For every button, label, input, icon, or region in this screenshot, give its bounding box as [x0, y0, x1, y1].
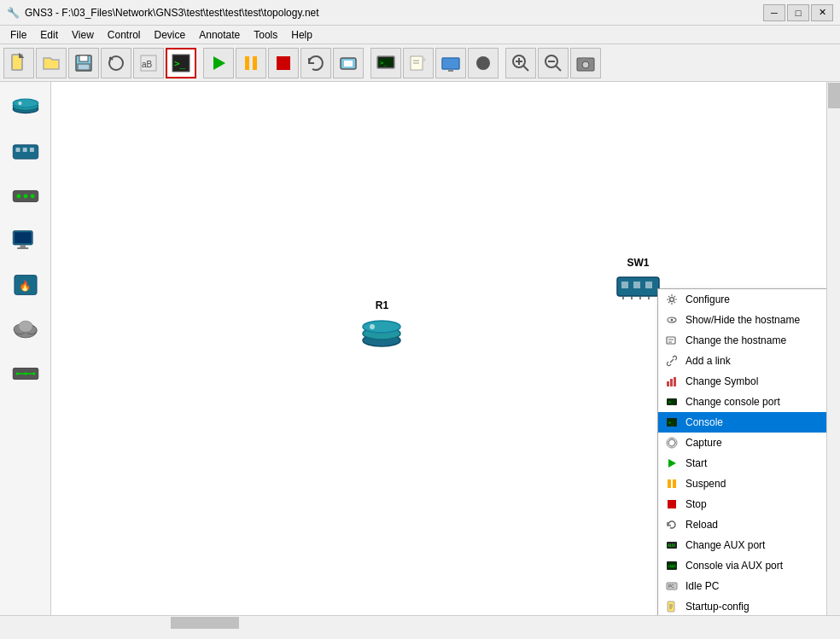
menu-file[interactable]: File	[3, 27, 33, 43]
h-scrollbar-thumb[interactable]	[171, 617, 239, 629]
menu-edit[interactable]: Edit	[33, 27, 65, 43]
console-button[interactable]: >_	[166, 48, 196, 78]
ctx-configure-label: Configure	[685, 293, 730, 305]
start-all-button[interactable]	[203, 48, 234, 78]
close-button[interactable]: ✕	[811, 4, 833, 21]
sidebar-item-hub[interactable]	[7, 177, 44, 215]
menu-annotate[interactable]: Annotate	[192, 27, 247, 43]
menu-control[interactable]: Control	[101, 27, 148, 43]
svg-text:>_: >_	[668, 399, 674, 405]
ctx-change-console-port[interactable]: >_ Change console port	[658, 392, 826, 412]
maximize-button[interactable]: □	[787, 4, 809, 21]
svg-rect-40	[22, 148, 26, 152]
svg-rect-41	[29, 148, 33, 152]
app-icon: 🔧	[7, 7, 20, 19]
ctx-change-hostname[interactable]: Change the hostname	[658, 330, 826, 351]
minimize-button[interactable]: ─	[763, 4, 785, 21]
svg-point-36	[13, 99, 38, 107]
sidebar-item-cloud[interactable]	[7, 311, 44, 348]
abc-button[interactable]: aB	[133, 48, 164, 78]
svg-point-63	[363, 321, 400, 333]
svg-rect-21	[442, 58, 459, 69]
sidebar-item-computer[interactable]	[7, 222, 44, 259]
sidebar-item-switch[interactable]	[7, 133, 44, 171]
v-scrollbar-thumb[interactable]	[828, 83, 840, 108]
menu-device[interactable]: Device	[148, 27, 193, 43]
ctx-reload-label: Reload	[685, 519, 718, 531]
sidebar-item-router[interactable]	[7, 89, 44, 126]
svg-point-44	[23, 195, 27, 199]
ctx-add-link-label: Add a link	[685, 355, 731, 367]
ctx-start-label: Start	[685, 457, 707, 469]
horizontal-scrollbar[interactable]	[0, 615, 840, 629]
reload-button[interactable]	[300, 48, 331, 78]
new-button[interactable]	[3, 48, 34, 78]
reload-icon	[665, 518, 679, 532]
svg-rect-76	[667, 337, 675, 344]
device-r1[interactable]: R1	[359, 299, 405, 347]
add-note-button[interactable]	[403, 48, 434, 78]
ctx-reload[interactable]: Reload	[658, 514, 826, 535]
svg-rect-12	[277, 56, 290, 70]
save-button[interactable]	[68, 48, 99, 78]
ctx-console-label: Console	[685, 416, 723, 428]
svg-point-37	[18, 102, 21, 105]
suspend-icon	[665, 477, 679, 491]
ctx-start[interactable]: Start	[658, 453, 826, 473]
virtualbox-button[interactable]	[333, 48, 364, 78]
svg-rect-80	[670, 379, 673, 386]
zoom-out-button[interactable]	[538, 48, 569, 78]
startup-icon	[665, 600, 679, 613]
svg-rect-67	[633, 282, 640, 288]
menu-help[interactable]: Help	[284, 27, 319, 43]
vertical-scrollbar[interactable]	[826, 82, 840, 615]
eye-icon	[665, 313, 679, 327]
sidebar-item-serial[interactable]	[7, 355, 44, 392]
sidebar-item-firewall[interactable]: 🔥	[7, 266, 44, 304]
svg-rect-93	[668, 500, 676, 508]
ctx-console[interactable]: >_ Console	[658, 412, 826, 433]
zoom-in-button[interactable]	[505, 48, 536, 78]
ctx-configure[interactable]: Configure	[658, 289, 826, 310]
ctx-add-link[interactable]: Add a link	[658, 351, 826, 371]
console-monitor-button[interactable]: >_	[370, 48, 401, 78]
add-device-button[interactable]	[435, 48, 466, 78]
ctx-console-aux[interactable]: >AUX Console via AUX port	[658, 555, 826, 576]
svg-text:AUX: AUX	[668, 543, 675, 548]
ctx-console-aux-label: Console via AUX port	[685, 560, 783, 572]
capture-icon	[665, 436, 679, 450]
ctx-idle-pc[interactable]: PC Idle PC	[658, 576, 826, 596]
svg-point-75	[671, 319, 674, 322]
ctx-startup-config[interactable]: Startup-config	[658, 596, 826, 615]
ctx-change-aux-port[interactable]: AUX Change AUX port	[658, 535, 826, 555]
stop-all-button[interactable]	[268, 48, 299, 78]
suspend-all-button[interactable]	[236, 48, 266, 78]
svg-rect-39	[15, 148, 20, 152]
svg-marker-90	[668, 459, 676, 468]
svg-rect-2	[79, 55, 88, 61]
title-bar-controls[interactable]: ─ □ ✕	[763, 4, 833, 21]
device-sw1[interactable]: SW1	[615, 257, 662, 303]
svg-point-32	[582, 61, 589, 68]
svg-text:🔥: 🔥	[18, 280, 31, 292]
menu-view[interactable]: View	[65, 27, 101, 43]
console-port-icon: >_	[665, 395, 679, 409]
svg-text:>_: >_	[380, 60, 388, 67]
add-circle-button[interactable]	[468, 48, 499, 78]
svg-rect-79	[667, 381, 669, 386]
screenshot-button[interactable]	[570, 48, 601, 78]
title-text: GNS3 - F:\03_Files\Network\GNS3\test\tes…	[25, 7, 319, 19]
ctx-change-symbol[interactable]: Change Symbol	[658, 371, 826, 392]
ctx-capture[interactable]: Capture	[658, 433, 826, 453]
refresh-button[interactable]	[101, 48, 131, 78]
svg-rect-11	[253, 56, 257, 70]
svg-rect-49	[17, 247, 28, 249]
ctx-stop[interactable]: Stop	[658, 494, 826, 514]
title-bar: 🔧 GNS3 - F:\03_Files\Network\GNS3\test\t…	[0, 0, 840, 26]
svg-text:>AUX: >AUX	[668, 564, 676, 568]
canvas-area[interactable]: R1 SW1	[51, 82, 826, 615]
ctx-show-hide-hostname[interactable]: Show/Hide the hostname	[658, 310, 826, 330]
open-button[interactable]	[36, 48, 67, 78]
ctx-suspend[interactable]: Suspend	[658, 473, 826, 494]
menu-tools[interactable]: Tools	[247, 27, 284, 43]
